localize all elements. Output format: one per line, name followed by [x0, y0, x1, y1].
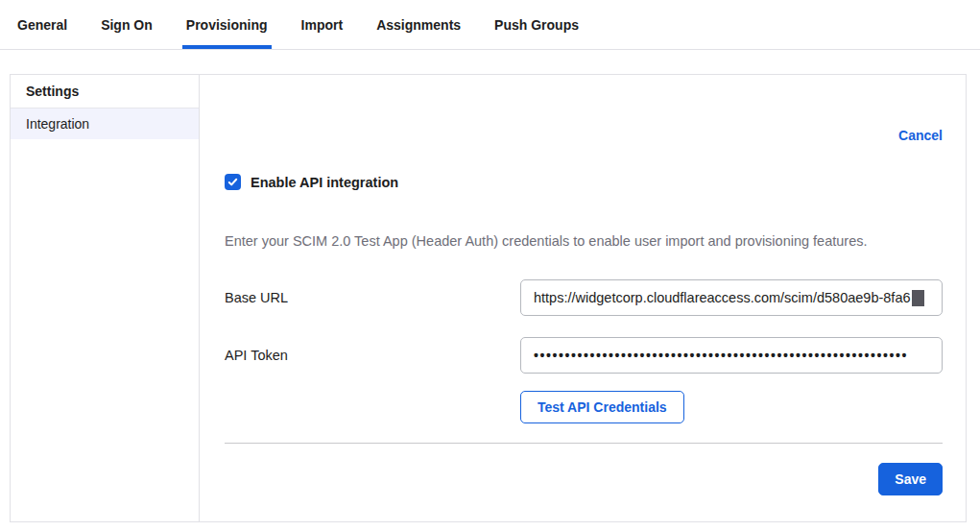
cancel-link[interactable]: Cancel	[898, 128, 943, 143]
sidebar-item-integration[interactable]: Integration	[11, 109, 199, 139]
api-token-label: API Token	[225, 348, 520, 363]
api-token-field-row: API Token ••••••••••••••••••••••••••••••…	[225, 337, 943, 374]
enable-api-integration-label: Enable API integration	[251, 175, 398, 190]
cancel-row: Cancel	[225, 126, 943, 145]
tab-push-groups[interactable]: Push Groups	[494, 0, 579, 49]
sidebar-header-settings: Settings	[11, 75, 199, 109]
settings-sidebar: Settings Integration	[11, 75, 200, 521]
api-token-masked-value: ••••••••••••••••••••••••••••••••••••••••…	[534, 348, 908, 363]
save-row: Save	[225, 463, 943, 495]
tab-assignments[interactable]: Assignments	[376, 0, 461, 49]
enable-api-integration-row: Enable API integration	[225, 174, 943, 190]
checkmark-icon	[227, 176, 239, 188]
base-url-input[interactable]: https://widgetcorp.cloudflareaccess.com/…	[520, 279, 943, 316]
test-credentials-row: Test API Credentials	[225, 391, 943, 423]
integration-settings-content: Cancel Enable API integration Enter your…	[200, 75, 966, 521]
tab-provisioning[interactable]: Provisioning	[186, 0, 268, 49]
base-url-field-row: Base URL https://widgetcorp.cloudflareac…	[225, 279, 943, 316]
tab-sign-on[interactable]: Sign On	[101, 0, 153, 49]
credentials-description: Enter your SCIM 2.0 Test App (Header Aut…	[225, 231, 943, 251]
base-url-value: https://widgetcorp.cloudflareaccess.com/…	[534, 290, 911, 305]
api-token-input[interactable]: ••••••••••••••••••••••••••••••••••••••••…	[520, 337, 943, 374]
base-url-label: Base URL	[225, 290, 520, 305]
enable-api-integration-checkbox[interactable]	[225, 174, 241, 190]
save-button[interactable]: Save	[878, 463, 943, 495]
footer-divider	[225, 443, 943, 444]
tab-general[interactable]: General	[17, 0, 67, 49]
tab-import[interactable]: Import	[301, 0, 344, 49]
test-api-credentials-button[interactable]: Test API Credentials	[520, 391, 684, 423]
app-tab-bar: General Sign On Provisioning Import Assi…	[0, 0, 980, 50]
provisioning-panel: Settings Integration Cancel Enable API i…	[10, 74, 967, 522]
selected-text-block	[912, 290, 924, 306]
